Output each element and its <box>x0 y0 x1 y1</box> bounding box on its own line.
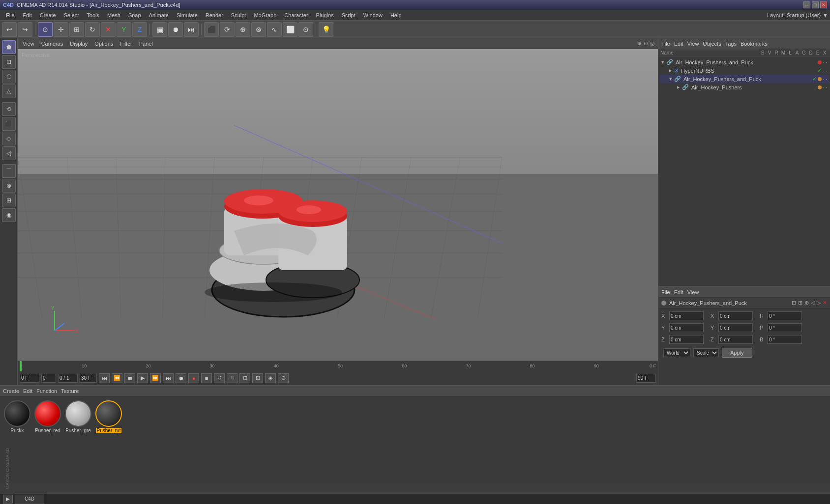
undo-button[interactable]: ↩ <box>2 22 17 37</box>
vp-menu-view[interactable]: View <box>21 40 36 47</box>
menu-simulate[interactable]: Simulate <box>173 11 202 19</box>
menu-file[interactable]: File <box>2 11 19 19</box>
play-button[interactable]: ▶ <box>137 373 148 383</box>
taskbar-start[interactable]: ▶ <box>3 495 13 504</box>
loop-button[interactable]: ↺ <box>214 373 225 383</box>
tree-expand-3[interactable]: ▾ <box>669 76 672 82</box>
tree-dot-orange-4[interactable] <box>818 85 822 89</box>
minimize-button[interactable]: ─ <box>803 1 810 8</box>
maximize-button[interactable]: □ <box>812 1 819 8</box>
tree-item-air-hockey-pushers[interactable]: ▸ 🔗 Air_Hockey_Pushers · · <box>659 83 829 91</box>
render-region-button[interactable]: ▣ <box>152 22 167 37</box>
play-start-button[interactable]: ⏮ <box>99 373 110 383</box>
menu-animate[interactable]: Animate <box>145 11 173 19</box>
x-axis-button[interactable]: ✕ <box>101 22 116 37</box>
face-mode-button[interactable]: △ <box>2 84 16 98</box>
hud-button[interactable]: 💡 <box>319 22 333 37</box>
soft-select[interactable]: ⊗ <box>2 179 16 193</box>
frame-end-input[interactable] <box>636 374 656 383</box>
spline-button[interactable]: ∿ <box>267 22 282 37</box>
vp-icon-1[interactable]: ⊕ <box>637 40 642 47</box>
obj-menu-edit[interactable]: Edit <box>674 41 683 47</box>
pen-tool[interactable]: ◁ <box>2 146 16 160</box>
play-stop-button[interactable]: ⏹ <box>124 373 135 383</box>
cube-button[interactable]: ⬛ <box>204 22 219 37</box>
knife-tool[interactable]: ◇ <box>2 132 16 145</box>
vp-menu-panel[interactable]: Panel <box>137 40 155 47</box>
input-h[interactable] <box>768 311 802 320</box>
menu-sculpt[interactable]: Sculpt <box>227 11 250 19</box>
obj-menu-view[interactable]: View <box>687 41 699 47</box>
menu-tools[interactable]: Tools <box>83 11 103 19</box>
material-item-puckk[interactable]: Puckk <box>4 400 30 433</box>
array-button[interactable]: ⊕ <box>236 22 250 37</box>
light-button[interactable]: ⊙ <box>298 22 313 37</box>
vp-menu-display[interactable]: Display <box>68 40 89 47</box>
anim-play-button[interactable]: ⏭ <box>184 22 199 37</box>
layout-selector[interactable]: Layout: Startup (User) ▼ <box>767 12 828 18</box>
ik-button[interactable]: ⊡ <box>239 373 250 383</box>
coord-menu-file[interactable]: File <box>661 289 670 295</box>
play-end-button[interactable]: ⏭ <box>163 373 174 383</box>
input-x-pos[interactable] <box>669 311 704 320</box>
input-y-pos[interactable] <box>669 323 704 332</box>
ik3-button[interactable]: ◈ <box>265 373 276 383</box>
move-tool-button[interactable]: ✛ <box>54 22 68 37</box>
title-bar-controls[interactable]: ─ □ ✕ <box>803 1 827 8</box>
apply-button[interactable]: Apply <box>722 348 752 358</box>
vp-icon-3[interactable]: ◎ <box>650 40 655 47</box>
close-button[interactable]: ✕ <box>820 1 827 8</box>
coord-menu-view[interactable]: View <box>687 289 699 295</box>
menu-help[interactable]: Help <box>386 11 406 19</box>
coord-menu-edit[interactable]: Edit <box>674 289 683 295</box>
keyframe-button[interactable]: ⏺ <box>176 373 186 383</box>
menu-mesh[interactable]: Mesh <box>103 11 124 19</box>
ik2-button[interactable]: ⊞ <box>252 373 263 383</box>
menu-snap[interactable]: Snap <box>124 11 145 19</box>
rotate-tool-button[interactable]: ↻ <box>85 22 100 37</box>
redo-button[interactable]: ↪ <box>18 22 32 37</box>
obj-menu-objects[interactable]: Objects <box>703 41 721 47</box>
menu-window[interactable]: Window <box>359 11 386 19</box>
tree-dot-red-1[interactable] <box>818 60 822 64</box>
mat-menu-texture[interactable]: Texture <box>61 388 79 394</box>
obj-menu-bookmarks[interactable]: Bookmarks <box>741 41 768 47</box>
input-p[interactable] <box>768 323 802 332</box>
vp-menu-options[interactable]: Options <box>92 40 115 47</box>
scale-tool-button[interactable]: ⊞ <box>69 22 84 37</box>
input-z-size[interactable] <box>718 335 753 344</box>
world-dropdown[interactable]: World Object <box>663 348 690 357</box>
tree-item-air-hockey-main[interactable]: ▾ 🔗 Air_Hockey_Pushers_and_Puck · · <box>659 58 829 66</box>
record-button[interactable]: ■ <box>201 373 212 383</box>
lasso-tool[interactable]: ⟲ <box>2 102 16 116</box>
tree-item-air-hockey-sub[interactable]: ▾ 🔗 Air_Hockey_Pushers_and_Puck ✓ · · <box>659 75 829 83</box>
obj-menu-file[interactable]: File <box>661 41 670 47</box>
auto-key-button[interactable]: ● <box>188 373 199 383</box>
vp-icon-2[interactable]: ⊙ <box>644 40 648 47</box>
viewport-3d[interactable]: X Y Perspective <box>18 49 658 361</box>
menu-plugins[interactable]: Plugins <box>312 11 338 19</box>
input-b[interactable] <box>768 335 802 344</box>
model-mode-button[interactable]: ⬟ <box>2 40 16 54</box>
floor-btn[interactable]: ⊞ <box>2 194 16 207</box>
material-item-pusher-dark[interactable]: Pusher_rut <box>95 400 122 433</box>
tree-dot-orange-3[interactable] <box>818 77 822 81</box>
sky-btn[interactable]: ◉ <box>2 208 16 222</box>
menu-edit[interactable]: Edit <box>19 11 36 19</box>
tree-expand-1[interactable]: ▾ <box>661 59 664 65</box>
frame-start-input[interactable] <box>20 374 39 383</box>
obj-menu-tags[interactable]: Tags <box>725 41 737 47</box>
select-tool-button[interactable]: ⊙ <box>38 22 53 37</box>
menu-render[interactable]: Render <box>202 11 227 19</box>
input-z-pos[interactable] <box>669 335 704 344</box>
motion-button[interactable]: ≋ <box>227 373 237 383</box>
deform-button[interactable]: ⊗ <box>251 22 266 37</box>
tree-expand-2[interactable]: ▸ <box>669 67 672 74</box>
scale-dropdown[interactable]: Scale <box>693 348 719 357</box>
vertex-mode-button[interactable]: ⊡ <box>2 55 16 69</box>
menu-select[interactable]: Select <box>60 11 83 19</box>
fps-input[interactable] <box>80 374 97 383</box>
menu-script[interactable]: Script <box>338 11 359 19</box>
input-x-size[interactable] <box>718 311 753 320</box>
taskbar-item-1[interactable]: C4D <box>15 495 44 504</box>
